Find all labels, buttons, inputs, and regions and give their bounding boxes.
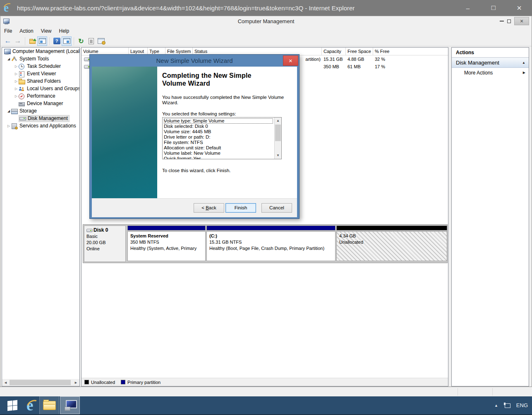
more-actions-label: More Actions [464, 70, 523, 76]
language-indicator[interactable]: ENG [516, 402, 528, 408]
tree-item-label: Computer Management (Local [12, 48, 79, 54]
cancel-button[interactable]: Cancel [261, 203, 292, 213]
back-button[interactable]: < Back [194, 203, 224, 213]
setting-item[interactable]: Quick format: Yes [164, 156, 273, 159]
partition-system-reserved[interactable]: System Reserved 350 MB NTFS Healthy (Sys… [127, 225, 206, 262]
ie-maximize-button[interactable]: □ [481, 0, 506, 16]
forward-button[interactable]: → [13, 36, 23, 46]
back-button[interactable]: ← [3, 36, 13, 46]
show-hidden-icons-button[interactable]: ▲ [494, 403, 498, 408]
export-list-button[interactable] [86, 36, 96, 46]
expand-more-icon[interactable]: ▶ [523, 71, 525, 74]
actions-group-disk-management[interactable]: Disk Management ▲ [452, 58, 529, 68]
expander-closed-icon[interactable]: ▷ [14, 65, 19, 68]
setting-item[interactable]: Volume size: 4445 MB [164, 129, 273, 134]
tree-horizontal-scrollbar[interactable]: ◀ ▶ [2, 379, 79, 386]
tree-item-event-viewer[interactable]: ▷ Event Viewer [2, 70, 79, 77]
menu-action[interactable]: Action [16, 26, 37, 36]
computer-icon [4, 49, 11, 54]
partition-info: 15.31 GB NTFS [209, 239, 333, 245]
more-actions-item[interactable]: More Actions ▶ [452, 68, 529, 77]
settings-scrollbar[interactable]: ▲ ▼ [274, 118, 281, 159]
actions-panel: Actions Disk Management ▲ More Actions ▶ [451, 47, 529, 386]
setting-item[interactable]: Drive letter or path: D: [164, 134, 273, 140]
tree-item-services-applications[interactable]: ▷ Services and Applications [2, 122, 79, 130]
tree-item-task-scheduler[interactable]: ▷ Task Scheduler [2, 62, 79, 70]
menu-file[interactable]: File [0, 26, 16, 36]
partition-unallocated[interactable]: 4.34 GB Unallocated [336, 225, 447, 262]
ie-minimize-button[interactable]: – [455, 0, 481, 16]
tree-item-performance[interactable]: ▷ Performance [2, 92, 79, 100]
collapse-icon[interactable]: ▲ [522, 61, 525, 65]
column-header-capacity[interactable]: Capacity [322, 48, 346, 55]
disk0-header[interactable]: Disk 0 Basic 20.00 GB Online [84, 225, 126, 262]
taskbar-file-explorer-button[interactable] [39, 396, 59, 414]
cm-restore-button[interactable] [507, 19, 511, 23]
tree-item-computer-management[interactable]: Computer Management (Local [2, 48, 79, 55]
unallocated-size: 4.34 GB [339, 233, 444, 239]
settings-listbox[interactable]: Volume type: Simple Volume Disk selected… [162, 117, 282, 159]
start-button[interactable] [2, 396, 22, 414]
tree-item-storage[interactable]: ◢ Storage [2, 107, 79, 115]
tree-item-label: Device Manager [27, 101, 63, 106]
tree-item-label: Task Scheduler [27, 63, 61, 69]
disk-size: 20.00 GB [86, 240, 123, 246]
cm-minimize-button[interactable] [500, 21, 504, 22]
ie-close-button[interactable]: × [506, 0, 532, 16]
refresh-button[interactable]: ↻ [76, 36, 86, 46]
partition-c-drive[interactable]: (C:) 15.31 GB NTFS Healthy (Boot, Page F… [206, 225, 335, 262]
up-one-level-button[interactable] [27, 36, 37, 46]
scrollbar-thumb[interactable] [275, 125, 281, 141]
setting-item[interactable]: Disk selected: Disk 0 [164, 124, 273, 129]
tree-item-disk-management[interactable]: Disk Management [2, 115, 79, 122]
disk-name: Disk 0 [93, 227, 108, 233]
setting-item[interactable]: Volume label: New Volume [164, 151, 273, 156]
scrollbar-thumb[interactable] [10, 380, 71, 385]
scroll-down-icon[interactable]: ▼ [275, 152, 281, 159]
finish-button[interactable]: Finish [225, 203, 256, 213]
tree-item-label: Shared Folders [27, 78, 61, 84]
expander-open-icon[interactable]: ◢ [6, 109, 11, 113]
expander-open-icon[interactable]: ◢ [6, 57, 11, 61]
tree-item-label: Performance [27, 93, 55, 99]
taskbar-computer-management-button[interactable] [60, 396, 80, 414]
network-icon[interactable] [504, 403, 510, 408]
expander-closed-icon[interactable]: ▷ [14, 87, 19, 91]
column-header-pct-free[interactable]: % Free [373, 48, 448, 55]
tree-item-local-users-groups[interactable]: ▷ Local Users and Groups [2, 85, 79, 92]
help-button[interactable]: ? [52, 36, 62, 46]
scroll-up-icon[interactable]: ▲ [275, 118, 281, 124]
legend: Unallocated Primary partition [81, 378, 448, 386]
tree-item-shared-folders[interactable]: ▷ Shared Folders [2, 77, 79, 85]
show-action-pane-button[interactable] [62, 36, 72, 46]
menu-help[interactable]: Help [55, 26, 73, 36]
expander-closed-icon[interactable]: ▷ [6, 124, 11, 128]
setting-item[interactable]: Volume type: Simple Volume [164, 118, 273, 124]
tree-item-system-tools[interactable]: ◢ System Tools [2, 55, 79, 62]
back-arrow-icon: ← [5, 37, 12, 45]
expander-closed-icon[interactable]: ▷ [14, 79, 19, 83]
tree-item-device-manager[interactable]: Device Manager [2, 100, 79, 107]
cm-close-button[interactable]: × [514, 17, 529, 25]
expander-closed-icon[interactable]: ▷ [14, 94, 19, 98]
disk-icon [86, 229, 93, 232]
scroll-right-icon[interactable]: ▶ [72, 381, 79, 384]
disk-settings-icon [98, 38, 105, 44]
show-console-tree-button[interactable] [37, 36, 47, 46]
menu-view[interactable]: View [37, 26, 55, 36]
help-icon: ? [53, 38, 60, 44]
scroll-left-icon[interactable]: ◀ [2, 381, 9, 384]
partition-status: Healthy (System, Active, Primary [130, 245, 203, 252]
cm-window-title: Computer Management [0, 18, 532, 24]
setting-item[interactable]: File system: NTFS [164, 140, 273, 145]
disk-settings-button[interactable] [96, 36, 106, 46]
export-list-icon [89, 38, 94, 44]
toolbar: ← → ? ↻ [0, 36, 532, 46]
expander-closed-icon[interactable]: ▷ [14, 72, 19, 76]
setting-item[interactable]: Allocation unit size: Default [164, 145, 273, 151]
services-icon [11, 123, 18, 129]
folder-up-icon [29, 40, 36, 44]
storage-icon [11, 108, 18, 114]
column-header-free-space[interactable]: Free Space [346, 48, 373, 55]
wizard-close-button[interactable]: × [283, 55, 298, 66]
